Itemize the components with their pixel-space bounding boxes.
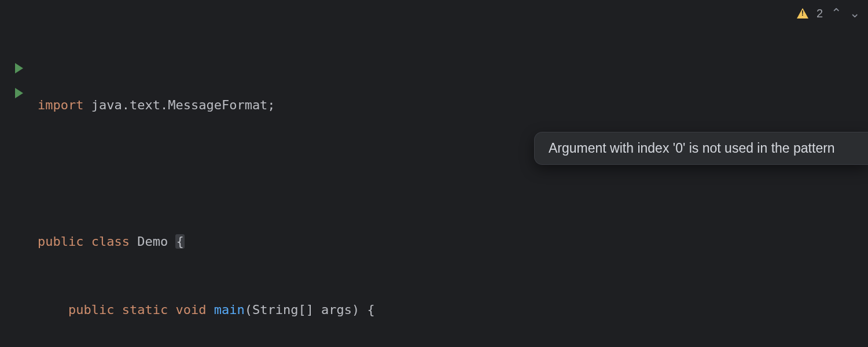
code-line[interactable]: public static void main(String[] args) { xyxy=(38,297,868,322)
warning-count: 2 xyxy=(816,7,823,20)
code-editor[interactable]: 2 ⌃ ⌄ import java.text.MessageFormat; pu… xyxy=(0,0,868,347)
prev-highlight-icon[interactable]: ⌃ xyxy=(831,6,841,21)
editor-gutter xyxy=(0,0,38,347)
code-line[interactable]: import java.text.MessageFormat; xyxy=(38,93,868,117)
inspection-widget[interactable]: 2 ⌃ ⌄ xyxy=(797,6,860,21)
run-gutter-icon[interactable] xyxy=(0,56,38,80)
run-gutter-icon[interactable] xyxy=(0,80,38,105)
next-highlight-icon[interactable]: ⌄ xyxy=(849,6,860,21)
inspection-tooltip: Argument with index '0' is not used in t… xyxy=(534,132,868,165)
tooltip-text: Argument with index '0' is not used in t… xyxy=(549,141,835,156)
code-line[interactable]: public class Demo { xyxy=(38,229,868,254)
code-area[interactable]: 2 ⌃ ⌄ import java.text.MessageFormat; pu… xyxy=(38,0,868,347)
brace-highlight: { xyxy=(175,234,184,249)
warning-icon xyxy=(797,8,808,19)
